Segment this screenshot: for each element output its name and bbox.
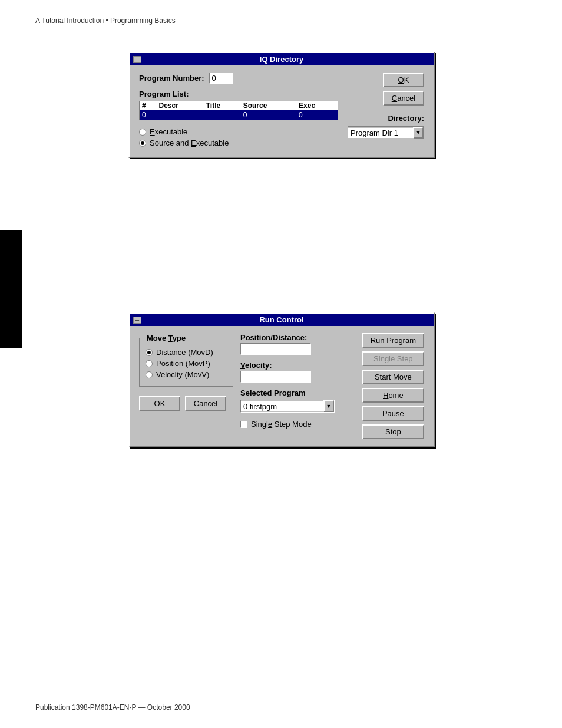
move-type-label: Move Type [144, 334, 188, 342]
radio-executable[interactable]: Executable [139, 127, 338, 136]
col-header-exec: Exec [296, 101, 338, 110]
row-title [204, 110, 241, 120]
radio-executable-circle [139, 129, 146, 136]
program-list-table: # Descr Title Source Exec 0 [140, 101, 338, 120]
move-type-groupbox: Move Type Distance (MovD) Position (MovP… [139, 338, 233, 387]
program-dropdown[interactable]: 0 firstpgm ▼ [240, 400, 335, 413]
table-row[interactable]: 0 0 0 [140, 110, 338, 120]
radio-position-circle [146, 360, 153, 367]
single-step-mode-box [240, 421, 247, 428]
radio-executable-label: Executable [150, 127, 187, 136]
sidebar-bar [0, 230, 22, 348]
col-header-descr: Descr [156, 101, 203, 110]
row-source: 0 [241, 110, 296, 120]
ok-button[interactable]: OOKK [383, 73, 424, 87]
directory-label: Directory: [388, 114, 424, 123]
velocity-label: Velocity: [240, 361, 355, 370]
run-cancel-button[interactable]: Cancel [185, 396, 226, 411]
row-descr [156, 110, 203, 120]
single-step-button[interactable]: Single Step [362, 351, 424, 366]
stop-button[interactable]: Stop [362, 424, 424, 439]
pause-button[interactable]: Pause [362, 406, 424, 421]
program-dropdown-value: 0 firstpgm [241, 401, 323, 411]
row-hash: 0 [140, 110, 156, 120]
selected-program-label: Selected Program [240, 388, 355, 397]
directory-dropdown-value: Program Dir 1 [348, 128, 413, 138]
start-move-button[interactable]: Start Move [362, 370, 424, 384]
velocity-input[interactable] [240, 371, 311, 383]
single-step-mode-label: Single Step Mode [251, 420, 312, 429]
radio-distance[interactable]: Distance (MovD) [146, 348, 227, 357]
radio-position-label: Position (MovP) [156, 359, 210, 368]
program-number-input[interactable]: 0 [209, 73, 233, 84]
run-ok-button[interactable]: OK [139, 396, 180, 411]
page-header: A Tutorial Introduction • Programming Ba… [35, 17, 176, 25]
directory-dropdown-arrow[interactable]: ▼ [413, 127, 424, 139]
position-distance-label: Position/Distance: [240, 333, 355, 342]
radio-distance-label: Distance (MovD) [156, 348, 213, 357]
radio-velocity[interactable]: Velocity (MovV) [146, 370, 227, 379]
radio-velocity-circle [146, 371, 153, 378]
radio-position[interactable]: Position (MovP) [146, 359, 227, 368]
program-list-label: Program List: [139, 90, 338, 98]
iq-dialog-icon[interactable]: ─ [133, 56, 141, 63]
directory-dropdown[interactable]: Program Dir 1 ▼ [348, 126, 424, 139]
iq-directory-dialog: ─ IQ Directory Program Number: 0 Program… [128, 52, 435, 158]
col-header-source: Source [241, 101, 296, 110]
run-dialog-titlebar: ─ Run Control [130, 314, 434, 326]
cancel-button[interactable]: Cancel [383, 91, 424, 106]
radio-source-exec-label: Source and Executable [150, 139, 229, 147]
radio-source-exec-circle [139, 140, 146, 147]
col-header-title: Title [204, 101, 241, 110]
program-number-label: Program Number: [139, 74, 204, 83]
col-header-hash: # [140, 101, 156, 110]
row-exec: 0 [296, 110, 338, 120]
radio-source-exec[interactable]: Source and Executable [139, 139, 338, 147]
run-dialog-title: Run Control [259, 315, 303, 324]
page-footer: Publication 1398-PM601A-EN-P — October 2… [35, 703, 190, 711]
run-dialog-icon[interactable]: ─ [133, 317, 141, 324]
single-step-mode-checkbox[interactable]: Single Step Mode [240, 420, 355, 429]
radio-velocity-label: Velocity (MovV) [156, 370, 209, 379]
iq-dialog-titlebar: ─ IQ Directory [130, 53, 434, 65]
iq-dialog-title: IQ Directory [260, 55, 303, 64]
home-button[interactable]: Home [362, 388, 424, 403]
run-control-dialog: ─ Run Control Move Type Distance (MovD) … [128, 312, 435, 447]
run-program-button[interactable]: Run Program [362, 333, 424, 348]
radio-distance-circle [146, 349, 153, 356]
program-dropdown-arrow[interactable]: ▼ [323, 400, 334, 412]
position-distance-input[interactable] [240, 343, 311, 355]
